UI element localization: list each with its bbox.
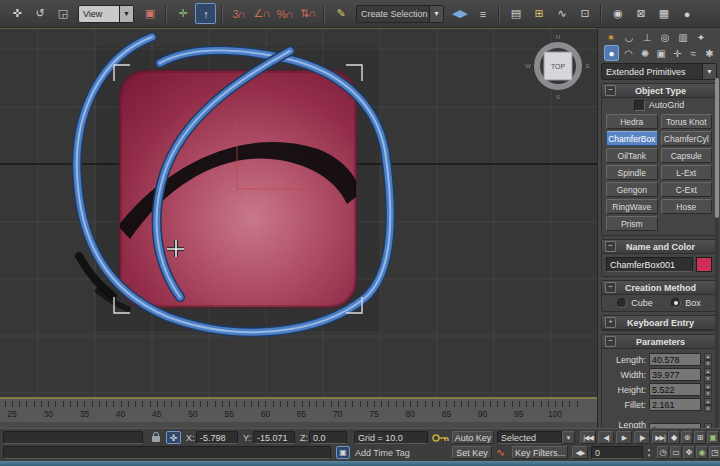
rollout-parameters-header[interactable]: − Parameters bbox=[602, 335, 716, 349]
subtab-space-warps[interactable]: ≈ bbox=[687, 46, 700, 60]
expand-icon[interactable]: + bbox=[605, 317, 616, 328]
time-config-icon[interactable]: ◷ bbox=[657, 446, 669, 459]
edit-named-selection-sets-icon[interactable]: ✎ bbox=[330, 3, 351, 24]
layer-manager-icon[interactable]: ▤ bbox=[505, 3, 526, 24]
select-and-move-icon[interactable]: ✜ bbox=[6, 3, 27, 24]
zoom-region-icon[interactable]: ▭ bbox=[670, 446, 682, 459]
timeline-ruler[interactable]: 253035404550556065707580859095100 bbox=[0, 399, 597, 423]
set-key-button[interactable]: Set Key bbox=[452, 446, 492, 459]
previous-frame-button[interactable]: ◀| bbox=[598, 431, 614, 444]
subtab-cameras[interactable]: ▣ bbox=[654, 46, 667, 60]
object-type-torus-knot[interactable]: Torus Knot bbox=[661, 114, 713, 129]
schematic-view-icon[interactable]: ⊡ bbox=[574, 3, 595, 24]
auto-key-button[interactable]: Auto Key bbox=[452, 431, 494, 444]
tab-create[interactable]: ✶ bbox=[604, 30, 618, 44]
object-type-c-ext[interactable]: C-Ext bbox=[661, 182, 713, 197]
tab-utilities[interactable]: ✦ bbox=[694, 30, 708, 44]
rollout-creation-method-header[interactable]: − Creation Method bbox=[602, 281, 716, 295]
orbit-icon[interactable]: ◉ bbox=[696, 446, 708, 459]
object-type-hose[interactable]: Hose bbox=[661, 199, 713, 214]
spinner-arrows[interactable]: ▴▾ bbox=[704, 398, 712, 411]
keyboard-override-icon[interactable]: ↑ bbox=[195, 3, 216, 24]
collapse-icon[interactable]: − bbox=[605, 282, 616, 293]
selected-dropdown[interactable]: Selected ▼ bbox=[497, 431, 575, 444]
object-type-oiltank[interactable]: OilTank bbox=[606, 148, 658, 163]
object-type-capsule[interactable]: Capsule bbox=[661, 148, 713, 163]
align-icon[interactable]: ≡ bbox=[472, 3, 493, 24]
y-coord-field[interactable]: -15.071 bbox=[253, 431, 295, 444]
select-and-rotate-icon[interactable]: ↺ bbox=[29, 3, 50, 24]
current-frame-field[interactable]: 0 bbox=[591, 446, 643, 459]
absolute-offset-toggle-icon[interactable]: ✜ bbox=[166, 431, 181, 444]
add-time-tag[interactable]: Add Time Tag bbox=[355, 446, 410, 459]
object-color-swatch[interactable] bbox=[696, 257, 712, 272]
curve-editor-icon[interactable]: ∿ bbox=[551, 3, 572, 24]
rollout-name-color-header[interactable]: − Name and Color bbox=[602, 240, 716, 254]
selection-lock-icon[interactable] bbox=[150, 430, 162, 443]
z-coord-field[interactable]: 0.0 bbox=[309, 431, 347, 444]
object-type-hedra[interactable]: Hedra bbox=[606, 114, 658, 129]
object-type-l-ext[interactable]: L-Ext bbox=[661, 165, 713, 180]
subtab-lights[interactable]: ✺ bbox=[638, 46, 651, 60]
tab-modify[interactable]: ◡ bbox=[622, 30, 636, 44]
select-and-scale-icon[interactable]: ◲ bbox=[52, 3, 73, 24]
go-to-start-button[interactable]: |◀◀ bbox=[580, 431, 596, 444]
next-frame-button[interactable]: |▶ bbox=[634, 431, 650, 444]
spinner-snap-icon[interactable]: ⇅∩ bbox=[297, 3, 318, 24]
subtab-shapes[interactable]: ◠ bbox=[622, 46, 635, 60]
render-icon[interactable]: ● bbox=[676, 3, 697, 24]
key-mode-toggle[interactable]: ◆ bbox=[668, 431, 680, 444]
isolate-selection-toggle-icon[interactable]: ▣ bbox=[336, 446, 350, 459]
creation-method-cube[interactable]: Cube bbox=[617, 298, 653, 308]
param-height-field[interactable]: 5.522 bbox=[649, 383, 701, 396]
radio-icon[interactable] bbox=[671, 298, 681, 308]
collapse-icon[interactable]: − bbox=[605, 85, 616, 96]
viewcube[interactable]: TOP N E S W bbox=[525, 34, 590, 100]
object-type-chamfercyl[interactable]: ChamferCyl bbox=[661, 131, 713, 146]
percent-snap-icon[interactable]: %∩ bbox=[274, 3, 295, 24]
tab-display[interactable]: ▥ bbox=[676, 30, 690, 44]
collapse-icon[interactable]: − bbox=[605, 241, 616, 252]
rollout-object-type-header[interactable]: − Object Type bbox=[602, 84, 716, 98]
mirror-icon[interactable]: ◀▶ bbox=[449, 3, 470, 24]
set-keys-curve-icon[interactable]: ∿ bbox=[496, 446, 505, 459]
param-width-field[interactable]: 39.977 bbox=[649, 368, 701, 381]
spinner-arrows[interactable]: ▴▾ bbox=[704, 383, 712, 396]
object-type-spindle[interactable]: Spindle bbox=[606, 165, 658, 180]
zoom-all-icon[interactable]: ⊞ bbox=[694, 431, 706, 444]
render-setup-icon[interactable]: ⊠ bbox=[630, 3, 651, 24]
object-name-field[interactable]: ChamferBox001 bbox=[606, 257, 693, 272]
x-coord-field[interactable]: -5.798 bbox=[196, 431, 238, 444]
go-to-end-button[interactable]: ▶▶| bbox=[652, 431, 668, 444]
subtab-helpers[interactable]: ✛ bbox=[671, 46, 684, 60]
key-step-toggle-icon[interactable]: ◀▶ bbox=[572, 446, 588, 459]
object-type-chamferbox[interactable]: ChamferBox bbox=[606, 131, 658, 146]
subtab-geometry[interactable]: ● bbox=[604, 45, 619, 61]
collapse-icon[interactable]: − bbox=[605, 336, 616, 347]
track-bar[interactable]: 253035404550556065707580859095100 bbox=[0, 399, 597, 428]
zoom-extents-icon[interactable]: ▣ bbox=[707, 431, 719, 444]
maximize-viewport-icon[interactable]: ◳ bbox=[709, 446, 720, 459]
creation-method-box[interactable]: Box bbox=[671, 298, 701, 308]
autogrid-checkbox[interactable] bbox=[634, 100, 645, 111]
object-type-ringwave[interactable]: RingWave bbox=[606, 199, 658, 214]
scene-explorer-icon[interactable]: ⊞ bbox=[528, 3, 549, 24]
snaps-toggle-icon[interactable]: 3∩ bbox=[228, 3, 249, 24]
viewport-top[interactable]: TOP N E S W bbox=[0, 28, 597, 397]
radio-icon[interactable] bbox=[617, 298, 627, 308]
pan-icon[interactable]: ✥ bbox=[683, 446, 695, 459]
object-type-prism[interactable]: Prism bbox=[606, 216, 658, 231]
subtab-systems[interactable]: ✱ bbox=[703, 46, 716, 60]
param-length-field[interactable]: 40.578 bbox=[649, 353, 701, 366]
frame-spinner[interactable]: ▴▾ bbox=[645, 446, 653, 459]
material-editor-icon[interactable]: ◉ bbox=[607, 3, 628, 24]
play-button[interactable]: ▶ bbox=[616, 431, 632, 444]
category-dropdown[interactable]: Extended Primitives ▼ bbox=[601, 63, 717, 80]
spinner-arrows[interactable]: ▴▾ bbox=[704, 368, 712, 381]
key-filters-button[interactable]: Key Filters... bbox=[512, 446, 568, 459]
reference-coordsys-dropdown[interactable]: View ▼ bbox=[78, 5, 134, 23]
tab-motion[interactable]: ◎ bbox=[658, 30, 672, 44]
object-type-gengon[interactable]: Gengon bbox=[606, 182, 658, 197]
spinner-arrows[interactable]: ▴▾ bbox=[704, 353, 712, 366]
rendered-frame-icon[interactable]: ▦ bbox=[653, 3, 674, 24]
